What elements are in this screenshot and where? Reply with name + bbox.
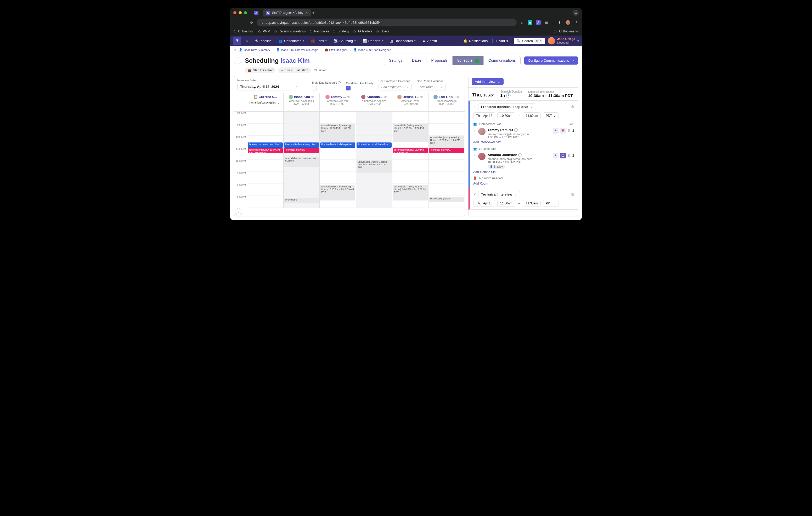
calendar-event[interactable]: Unavailable (Ashby Meeting Hours), 12:00… <box>320 124 355 142</box>
bookmark-folder[interactable]: 🗀 Resources <box>310 30 329 33</box>
address-bar[interactable]: ⇆ app.ashbyhq.com/schedules/drafts/b3b8d… <box>257 19 517 26</box>
add-room-link[interactable]: Add Room <box>473 182 488 185</box>
timezone-select[interactable]: America/Los Angeles⌄ <box>249 100 281 105</box>
chevron-down-icon[interactable]: ⌄ <box>573 10 579 16</box>
calendar-event[interactable]: Unavailable (Ashby <box>429 197 464 202</box>
nav-candidates[interactable]: 👥 Candidates ▾ <box>276 38 306 44</box>
browser-tab[interactable]: A <box>251 9 262 17</box>
day-column[interactable]: Frontend technical deep diveTechnical In… <box>247 112 284 208</box>
delete-icon[interactable]: 🗑 <box>568 129 571 132</box>
extension-icon[interactable]: ◈ <box>528 20 532 25</box>
home-icon[interactable]: ⌂ <box>244 38 250 44</box>
calendar-scroll[interactable]: 📋 Current S... America/Los Angeles⌄ Isaa… <box>234 93 465 216</box>
delete-icon[interactable]: 🗑 <box>568 153 571 157</box>
visibility-icon[interactable]: 👁 <box>311 95 314 99</box>
calendar-event[interactable]: Unavailable, 11:45 AM – 1:00 PM PDT <box>284 157 319 167</box>
back-button[interactable]: ← <box>234 57 241 64</box>
all-bookmarks[interactable]: 🗀 All Bookmarks <box>554 30 579 33</box>
day-column[interactable]: Unavailable (Ashby Meeting Hours), 12:00… <box>393 112 429 208</box>
back-icon[interactable]: ← <box>233 21 238 25</box>
calendar-icon[interactable]: 📅 <box>560 153 566 158</box>
site-info-icon[interactable]: ⇆ <box>261 21 263 24</box>
tz-select[interactable]: PDT ⌄ <box>543 200 558 207</box>
search-button[interactable]: 🔍 Search ⌘+K <box>514 38 545 44</box>
breadcrumb-link[interactable]: 👤 Isaac Kim: Director of Design <box>276 48 318 52</box>
day-column[interactable]: Unavailable (Ashby Meeting Hours), 12:00… <box>320 112 356 208</box>
date-input[interactable]: Thu, Apr 18 <box>473 200 495 207</box>
extension-icon[interactable]: A <box>536 20 541 25</box>
calendar-event[interactable]: Unavailable (Ashby Meeting Hours), 12:00… <box>356 160 392 173</box>
end-time-input[interactable]: 11:30am <box>523 200 541 207</box>
window-controls[interactable] <box>233 11 247 14</box>
candidate-availability-checkbox[interactable] <box>346 86 351 90</box>
prev-day-button[interactable]: ← <box>294 84 300 90</box>
start-time-input[interactable]: 11:00am <box>497 200 515 207</box>
calendar-event[interactable]: Technical Interview, 11:00 AM – 11:30 AM… <box>248 148 283 153</box>
bookmark-folder[interactable]: 🗀 Onboarding <box>233 30 255 33</box>
calendar-event[interactable]: Unavailable (Ashby Meeting Hours), 12:00… <box>429 136 464 148</box>
visibility-icon[interactable]: 👁 <box>457 95 460 99</box>
breadcrumb-link[interactable]: 👤 Isaac Kim: Summary <box>239 48 270 52</box>
job-chip[interactable]: 💼 Staff Designer <box>245 67 276 73</box>
add-trainee-slot-link[interactable]: Add Trainee Slot <box>473 170 496 174</box>
bookmark-folder[interactable]: 🗀 PMM <box>258 30 270 33</box>
notifications-button[interactable]: 🔔 Notifications <box>461 38 490 44</box>
tz-select[interactable]: PDT ⌄ <box>543 113 558 119</box>
visibility-icon[interactable]: 👁 <box>420 95 423 99</box>
star-icon[interactable]: ★ <box>553 153 558 158</box>
delete-icon[interactable]: 🗑 <box>571 105 574 109</box>
calendar-event[interactable]: Unavailable (Ashby Meeting Hours), 5:00 … <box>320 185 355 201</box>
calendar-event[interactable]: Unavailable (Ashby Meeting Hours), 12:00… <box>393 124 428 142</box>
calendar-event[interactable]: Frontend technical deep dive <box>248 143 283 148</box>
browser-tab-active[interactable]: A Staff Designer • Ashby ✕ <box>263 9 311 17</box>
history-icon[interactable]: ↺ <box>234 48 236 52</box>
step-proposals[interactable]: Proposals <box>427 56 452 65</box>
app-logo[interactable]: A <box>233 37 241 45</box>
breadcrumb-link[interactable]: 💼 Staff Designer <box>324 48 347 52</box>
profile-avatar[interactable] <box>566 20 570 25</box>
step-communications[interactable]: Communications <box>484 56 520 65</box>
step-schedule[interactable]: Schedule ✓ <box>453 56 484 65</box>
star-icon[interactable]: ★ <box>553 128 558 133</box>
new-tab-button[interactable]: + <box>312 10 314 15</box>
nav-sourcing[interactable]: 📡 Sourcing ▾ <box>331 38 357 44</box>
add-interviewer-slot-link[interactable]: Add Interviewer Slot <box>473 140 501 144</box>
next-day-button[interactable]: → <box>301 84 307 90</box>
eval-chip[interactable]: → Skills Evaluation <box>278 67 311 73</box>
calendar-event[interactable]: Unavailable (Ashby Meeting Hours), 5:00 … <box>393 185 428 201</box>
bookmark-folder[interactable]: 🗀 Recurring meetings <box>274 30 306 33</box>
add-button[interactable]: + Add ▾ <box>492 38 511 44</box>
bookmark-folder[interactable]: 🗀 Strategy <box>333 30 349 33</box>
info-icon[interactable]: ⓘ <box>518 153 522 157</box>
nav-reports[interactable]: 📊 Reports ▾ <box>360 38 385 44</box>
end-time-input[interactable]: 11:00am <box>523 113 541 119</box>
calendar-event[interactable]: Frontend technical deep dive <box>320 143 355 148</box>
calendar-event[interactable]: Unavailable <box>284 198 319 203</box>
nav-dashboards[interactable]: ◫ Dashboards ▾ <box>388 38 418 44</box>
calendar-event[interactable]: Technical Interview, <box>284 148 319 153</box>
visibility-icon[interactable]: 👁 <box>347 95 350 99</box>
date-input[interactable]: Thu, Apr 18 <box>473 113 495 119</box>
download-icon[interactable]: ⬇ <box>557 21 562 25</box>
expand-icon[interactable]: › <box>574 80 575 84</box>
add-employee-select[interactable]: Add employee... ⌄ <box>379 84 412 90</box>
menu-icon[interactable]: ⋮ <box>574 21 579 25</box>
interview-title-select[interactable]: Frontend technical deep dive ⌄ <box>478 103 536 110</box>
nav-jobs[interactable]: 💼 Jobs ▾ <box>309 38 329 44</box>
info-icon[interactable]: ⓘ <box>514 128 518 132</box>
star-icon[interactable]: ☆ <box>520 21 524 25</box>
forward-icon[interactable]: → <box>241 21 246 25</box>
delete-icon[interactable]: 🗑 <box>571 192 574 196</box>
day-column[interactable]: Frontend technical deep diveTechnical In… <box>284 112 320 208</box>
close-icon[interactable]: ✕ <box>305 11 308 14</box>
calendar-event[interactable]: Frontend technical deep dive <box>356 143 392 148</box>
start-time-input[interactable]: 10:30am <box>497 113 515 119</box>
bookmark-folder[interactable]: 🗀 Specs <box>376 30 389 33</box>
add-room-select[interactable]: Add room... ⌄ <box>417 84 446 90</box>
configure-communications-button[interactable]: Configure Communications → <box>524 57 578 65</box>
add-interview-button[interactable]: Add Interview ⌄ <box>472 78 503 85</box>
calendar-event[interactable]: Frontend technical deep dive <box>284 143 319 148</box>
step-dates[interactable]: Dates <box>407 56 427 65</box>
breadcrumb-link[interactable]: 👤 Isaac Kim: Staff Designer <box>353 48 390 52</box>
extensions-icon[interactable]: ⊞ <box>544 21 549 25</box>
